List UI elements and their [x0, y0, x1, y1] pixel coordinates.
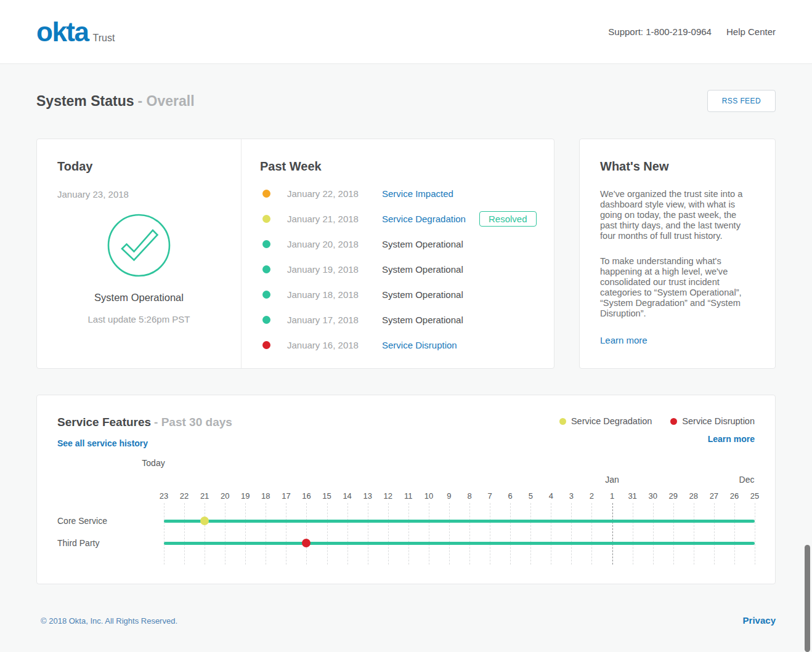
gridline: [571, 503, 572, 565]
past-week-row: January 18, 2018System Operational: [260, 282, 554, 307]
axis-tick-label: 12: [379, 491, 397, 501]
legend-label: Service Degradation: [571, 416, 652, 426]
incident-dot[interactable]: [200, 517, 209, 525]
legend-item: Service Degradation: [559, 416, 652, 426]
axis-tick-label: 5: [521, 491, 540, 501]
gridline: [245, 503, 246, 565]
gridline: [490, 503, 490, 565]
gridline: [694, 503, 694, 565]
incident-status-link[interactable]: Service Disruption: [382, 340, 479, 350]
resolved-badge[interactable]: Resolved: [479, 211, 537, 227]
gridline: [510, 503, 511, 565]
status-dot-icon: [262, 215, 270, 223]
gridline: [530, 503, 531, 565]
gridline: [673, 503, 674, 565]
gridline: [184, 503, 185, 565]
today-last-update: Last update 5:26pm PST: [57, 314, 221, 324]
past-week-row: January 22, 2018Service Impacted: [260, 181, 554, 206]
incident-status: System Operational: [382, 315, 479, 325]
axis-tick-label: 1: [603, 491, 622, 501]
gridline: [429, 503, 429, 565]
gridline: [368, 503, 368, 565]
service-features-title-main: Service Features: [57, 416, 151, 429]
status-dot-icon: [262, 265, 270, 273]
copyright-text: © 2018 Okta, Inc. All Rights Reserved.: [41, 616, 177, 626]
axis-tick-label: 28: [684, 491, 703, 501]
gridline: [551, 503, 551, 565]
rss-feed-button[interactable]: RSS FEED: [707, 90, 776, 112]
incident-status-link[interactable]: Service Degradation: [382, 214, 479, 224]
gridline: [266, 503, 266, 565]
axis-tick-label: 19: [236, 491, 254, 501]
axis-tick-label: 11: [399, 491, 418, 501]
today-panel: Today January 23, 2018 System Operationa…: [37, 139, 242, 368]
incident-status: System Operational: [382, 239, 479, 249]
whats-new-card: What's New We've organized the trust sit…: [579, 139, 776, 369]
incident-date: January 19, 2018: [287, 264, 382, 275]
gridline: [469, 503, 470, 565]
gridline: [714, 503, 715, 565]
service-features-title-suffix: - Past 30 days: [154, 416, 232, 429]
axis-tick-label: 3: [562, 491, 580, 501]
axis-tick-label: 18: [256, 491, 275, 501]
status-dot-icon: [262, 240, 270, 248]
month-label: Dec: [734, 475, 759, 485]
axis-tick-label: 15: [318, 491, 336, 501]
gridline: [734, 503, 735, 565]
axis-tick-label: 8: [460, 491, 479, 501]
axis-tick-label: 31: [623, 491, 642, 501]
help-center-link[interactable]: Help Center: [726, 26, 776, 37]
header-nav: Support: 1-800-219-0964 Help Center: [593, 26, 776, 37]
legend-dot-icon: [559, 418, 566, 425]
legend-dot-icon: [670, 418, 677, 425]
today-status: System Operational: [57, 292, 221, 304]
gridline: [225, 503, 225, 565]
gridline: [306, 503, 307, 565]
incident-date: January 17, 2018: [287, 315, 382, 325]
privacy-link[interactable]: Privacy: [743, 615, 776, 626]
axis-tick-label: 27: [705, 491, 723, 501]
axis-tick-label: 4: [542, 491, 560, 501]
past-week-panel: Past Week January 22, 2018Service Impact…: [242, 139, 554, 368]
incident-status-link[interactable]: Service Impacted: [382, 188, 479, 199]
gridline: [633, 503, 633, 565]
footer: © 2018 Okta, Inc. All Rights Reserved. P…: [36, 615, 776, 626]
page: okta Trust Support: 1-800-219-0964 Help …: [0, 0, 812, 652]
incident-date: January 18, 2018: [287, 289, 382, 300]
timeline-row-label: Core Service: [57, 516, 107, 526]
gridline: [205, 503, 205, 565]
axis-tick-label: 26: [725, 491, 744, 501]
incident-date: January 22, 2018: [287, 188, 382, 199]
see-all-service-history-link[interactable]: See all service history: [57, 438, 148, 448]
chart-today-label: Today: [141, 458, 166, 468]
gridline: [388, 503, 389, 565]
page-title: System Status- Overall: [36, 93, 195, 110]
gridline: [591, 503, 592, 565]
axis-tick-label: 7: [481, 491, 499, 501]
axis-tick-label: 25: [745, 491, 764, 501]
axis-tick-label: 9: [440, 491, 458, 501]
whats-new-learn-more-link[interactable]: Learn more: [600, 335, 648, 345]
timeline-row-label: Third Party: [57, 538, 99, 548]
timeline-bar: [164, 542, 755, 545]
legend-item: Service Disruption: [670, 416, 755, 426]
today-title: Today: [57, 159, 221, 174]
service-features-learn-more-link[interactable]: Learn more: [708, 434, 755, 444]
incident-dot[interactable]: [302, 539, 311, 547]
axis-tick-label: 17: [277, 491, 295, 501]
page-scrollbar[interactable]: [805, 545, 810, 652]
incident-status: System Operational: [382, 289, 479, 300]
past-week-row: January 16, 2018Service Disruption: [260, 332, 554, 358]
okta-trust-logo[interactable]: okta Trust: [36, 18, 115, 46]
whats-new-title: What's New: [600, 159, 755, 174]
gridline: [164, 503, 164, 565]
status-dot-icon: [262, 291, 270, 299]
gridline: [408, 503, 409, 565]
timeline-chart: Today 2322212019181716151413121110987654…: [37, 458, 775, 569]
gridline: [286, 503, 286, 565]
okta-logo: okta: [36, 18, 88, 46]
chart-legend: Service DegradationService Disruption: [541, 416, 755, 426]
gridline: [653, 503, 654, 565]
gridline: [449, 503, 450, 565]
axis-tick-label: 29: [664, 491, 683, 501]
